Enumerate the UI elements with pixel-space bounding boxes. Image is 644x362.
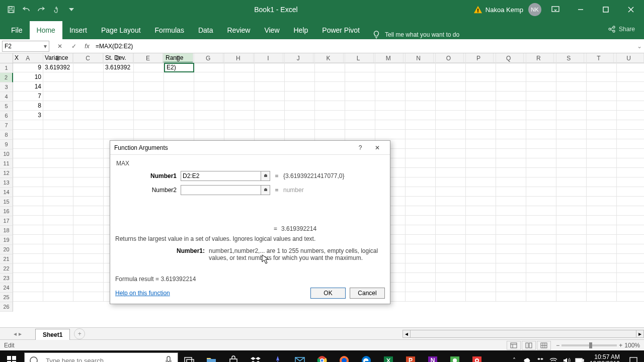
cell[interactable]	[255, 72, 285, 82]
cell[interactable]	[315, 92, 345, 101]
cell[interactable]	[436, 177, 466, 187]
sheet-tab[interactable]: Sheet1	[35, 329, 70, 340]
cell[interactable]	[43, 149, 73, 158]
cell[interactable]	[466, 53, 496, 63]
file-explorer-icon[interactable]	[200, 350, 222, 362]
select-all-corner[interactable]	[0, 53, 13, 63]
cell[interactable]	[496, 149, 526, 158]
cell[interactable]: 3	[13, 111, 43, 120]
cell[interactable]	[224, 130, 255, 139]
cell[interactable]	[436, 197, 466, 206]
cell[interactable]	[164, 130, 194, 139]
cell[interactable]	[406, 292, 436, 302]
cell[interactable]	[526, 72, 556, 82]
search-input[interactable]	[43, 353, 159, 362]
cell[interactable]	[587, 111, 617, 120]
cell[interactable]	[194, 92, 224, 101]
cell[interactable]	[285, 72, 315, 82]
tab-review[interactable]: Review	[220, 21, 258, 39]
cell[interactable]	[466, 225, 496, 235]
cell[interactable]	[617, 254, 644, 263]
cell[interactable]	[406, 283, 436, 292]
tray-chevron-icon[interactable]: ˄	[508, 350, 520, 362]
cell[interactable]	[526, 177, 556, 187]
cell[interactable]	[104, 82, 134, 92]
cell[interactable]	[526, 111, 556, 120]
cell[interactable]	[436, 263, 466, 273]
cell[interactable]	[466, 72, 496, 82]
cell[interactable]: 3.619392	[104, 63, 134, 72]
cell[interactable]	[73, 273, 104, 283]
cell[interactable]	[13, 149, 43, 158]
cell[interactable]	[526, 235, 556, 244]
cell[interactable]	[406, 206, 436, 216]
cell[interactable]	[73, 149, 104, 158]
dropbox-icon[interactable]	[245, 350, 267, 362]
cell[interactable]	[73, 263, 104, 273]
help-link[interactable]: Help on this function	[115, 290, 170, 297]
store-icon[interactable]	[222, 350, 245, 362]
cell[interactable]	[406, 53, 436, 63]
cell[interactable]: E2)	[164, 63, 194, 72]
cell[interactable]	[466, 111, 496, 120]
cell[interactable]: X	[13, 53, 43, 63]
cell[interactable]	[13, 216, 43, 225]
cell[interactable]	[134, 92, 164, 101]
cell[interactable]	[496, 292, 526, 302]
cell[interactable]	[13, 206, 43, 216]
cell[interactable]	[617, 82, 644, 92]
cell[interactable]	[496, 120, 526, 130]
cell[interactable]	[73, 216, 104, 225]
cell[interactable]	[194, 72, 224, 82]
cell[interactable]	[496, 111, 526, 120]
cell[interactable]	[617, 111, 644, 120]
cell[interactable]	[556, 216, 587, 225]
cell[interactable]	[43, 235, 73, 244]
cell[interactable]	[617, 158, 644, 168]
cell[interactable]	[496, 263, 526, 273]
cell[interactable]	[496, 72, 526, 82]
tab-view[interactable]: View	[257, 21, 286, 39]
cell[interactable]	[73, 197, 104, 206]
cell[interactable]	[43, 263, 73, 273]
row-header[interactable]: 13	[0, 178, 13, 188]
fx-icon[interactable]: fx	[82, 41, 93, 52]
cell[interactable]	[73, 244, 104, 254]
cell[interactable]	[406, 235, 436, 244]
cell[interactable]	[406, 177, 436, 187]
chevron-down-icon[interactable]: ▾	[44, 43, 47, 50]
cell[interactable]	[43, 177, 73, 187]
cell[interactable]	[466, 197, 496, 206]
cell[interactable]	[587, 187, 617, 197]
cell[interactable]	[255, 53, 285, 63]
cell[interactable]	[617, 92, 644, 101]
cell[interactable]	[255, 120, 285, 130]
cell[interactable]	[43, 225, 73, 235]
cell[interactable]	[436, 149, 466, 158]
cell[interactable]	[194, 111, 224, 120]
cell[interactable]	[556, 139, 587, 149]
row-header[interactable]: 12	[0, 168, 13, 178]
cell[interactable]	[587, 283, 617, 292]
cell[interactable]	[73, 177, 104, 187]
cell[interactable]	[466, 292, 496, 302]
row-header[interactable]: 18	[0, 226, 13, 235]
expand-formula-bar-icon[interactable]: ⌄	[635, 41, 644, 52]
cell[interactable]	[587, 92, 617, 101]
cell[interactable]	[496, 101, 526, 111]
cell[interactable]	[406, 92, 436, 101]
cell[interactable]	[496, 244, 526, 254]
cell[interactable]	[104, 111, 134, 120]
redo-icon[interactable]	[34, 3, 48, 17]
cell[interactable]	[224, 111, 255, 120]
cell[interactable]	[406, 130, 436, 139]
cell[interactable]	[526, 225, 556, 235]
cell[interactable]	[436, 72, 466, 82]
cell[interactable]	[375, 101, 406, 111]
cell[interactable]	[466, 168, 496, 177]
cell[interactable]	[617, 120, 644, 130]
cell[interactable]	[43, 168, 73, 177]
cell[interactable]	[526, 139, 556, 149]
cell[interactable]	[73, 206, 104, 216]
cell[interactable]	[526, 254, 556, 263]
